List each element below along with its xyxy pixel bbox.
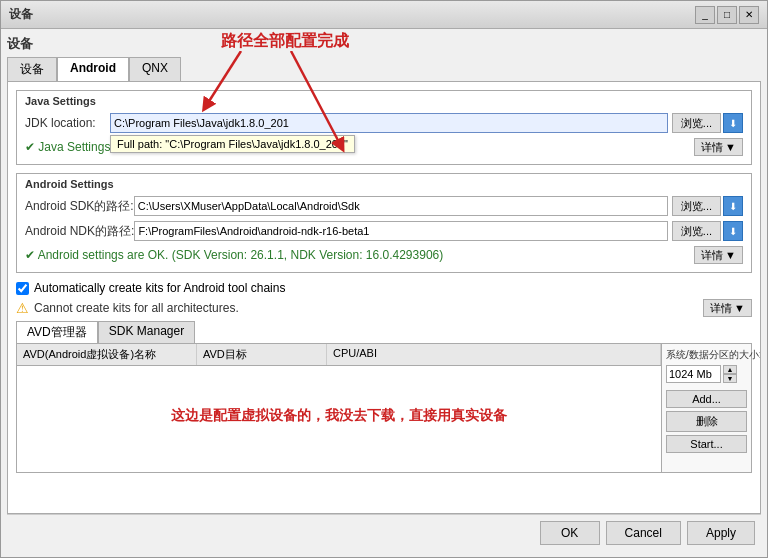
section-heading: 设备 [7,35,761,53]
android-details-button[interactable]: 详情 ▼ [694,246,743,264]
ndk-input[interactable] [134,221,667,241]
ok-button[interactable]: OK [540,521,600,545]
avd-content: AVD(Android虚拟设备)名称 AVD目标 CPU/ABI 这边是配置虚拟… [16,343,752,473]
minimize-button[interactable]: _ [695,6,715,24]
size-input[interactable] [666,365,721,383]
avd-col-cpu: CPU/ABI [327,344,661,365]
tab-shebei[interactable]: 设备 [7,57,57,81]
tab-content: Java Settings JDK location: 浏览... ⬇ Full… [7,81,761,514]
warning-details-button[interactable]: 详情 ▼ [703,299,752,317]
android-ok-text: ✔ Android settings are OK. (SDK Version:… [25,248,443,262]
jdk-field-row: JDK location: 浏览... ⬇ Full path: "C:\Pro… [25,113,743,133]
android-group-title: Android Settings [25,178,743,190]
auto-create-label: Automatically create kits for Android to… [34,281,285,295]
apply-button[interactable]: Apply [687,521,755,545]
avd-empty-message: 这边是配置虚拟设备的，我没去下载，直接用真实设备 [17,366,661,466]
warning-text: Cannot create kits for all architectures… [34,301,239,315]
jdk-download-button[interactable]: ⬇ [723,113,743,133]
cancel-button[interactable]: Cancel [606,521,681,545]
android-settings-group: Android Settings Android SDK的路径: 浏览... ⬇… [16,173,752,273]
java-group-title: Java Settings [25,95,743,107]
ndk-field-row: Android NDK的路径: 浏览... ⬇ [25,221,743,241]
android-ok-status: ✔ Android settings are OK. (SDK Version:… [25,248,443,262]
bottom-tabs: AVD管理器 SDK Manager [16,321,752,343]
footer-buttons: OK Cancel Apply [7,514,761,551]
sdk-browse-button[interactable]: 浏览... [672,196,721,216]
size-input-row: ▲ ▼ [666,365,747,383]
jdk-input[interactable] [110,113,668,133]
auto-create-checkbox-row: Automatically create kits for Android to… [16,281,752,295]
avd-col-name: AVD(Android虚拟设备)名称 [17,344,197,365]
size-label: 系统/数据分区的大小: [666,348,747,362]
tab-sdk-manager[interactable]: SDK Manager [98,321,195,343]
avd-sidebar: 系统/数据分区的大小: ▲ ▼ Add... 删除 Start... [661,344,751,472]
sdk-label: Android SDK的路径: [25,198,134,215]
main-window: 设备 _ □ ✕ 路径全部配置完成 [0,0,768,558]
tab-qnx[interactable]: QNX [129,57,181,81]
warning-icon: ⚠ [16,300,29,316]
avd-table-header: AVD(Android虚拟设备)名称 AVD目标 CPU/ABI [17,344,661,366]
ndk-download-button[interactable]: ⬇ [723,221,743,241]
title-bar: 设备 _ □ ✕ [1,1,767,29]
sdk-download-button[interactable]: ⬇ [723,196,743,216]
warning-content: ⚠ Cannot create kits for all architectur… [16,300,239,316]
avd-col-target: AVD目标 [197,344,327,365]
size-up-button[interactable]: ▲ [723,365,737,374]
jdk-tooltip: Full path: "C:\Program Files\Java\jdk1.8… [110,135,355,153]
sdk-field-row: Android SDK的路径: 浏览... ⬇ [25,196,743,216]
auto-create-checkbox[interactable] [16,282,29,295]
main-tabs: 设备 Android QNX [7,57,761,81]
avd-table: AVD(Android虚拟设备)名称 AVD目标 CPU/ABI 这边是配置虚拟… [17,344,661,472]
window-title: 设备 [9,6,33,23]
java-settings-group: Java Settings JDK location: 浏览... ⬇ Full… [16,90,752,165]
add-avd-button[interactable]: Add... [666,390,747,408]
sdk-input[interactable] [134,196,668,216]
title-controls: _ □ ✕ [695,6,759,24]
bottom-tabs-area: AVD管理器 SDK Manager AVD(Android虚拟设备)名称 AV… [16,321,752,473]
java-details-button[interactable]: 详情 ▼ [694,138,743,156]
tab-android[interactable]: Android [57,57,129,81]
tab-avd[interactable]: AVD管理器 [16,321,98,343]
maximize-button[interactable]: □ [717,6,737,24]
size-spinner: ▲ ▼ [723,365,737,383]
ndk-browse-button[interactable]: 浏览... [672,221,721,241]
jdk-browse-button[interactable]: 浏览... [672,113,721,133]
content-area: 路径全部配置完成 设备 [1,29,767,557]
ndk-label: Android NDK的路径: [25,223,134,240]
warning-row: ⚠ Cannot create kits for all architectur… [16,299,752,317]
jdk-label: JDK location: [25,116,110,130]
close-button[interactable]: ✕ [739,6,759,24]
start-avd-button[interactable]: Start... [666,435,747,453]
size-down-button[interactable]: ▼ [723,374,737,383]
tooltip-text: Full path: "C:\Program Files\Java\jdk1.8… [117,138,348,150]
delete-avd-button[interactable]: 删除 [666,411,747,432]
